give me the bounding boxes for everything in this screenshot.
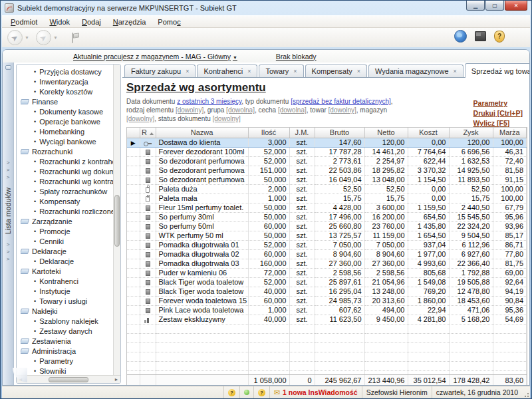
column-header-qty[interactable]: Ilość xyxy=(248,128,289,138)
column-header-jm[interactable]: J.M. xyxy=(289,128,315,138)
close-icon[interactable]: × xyxy=(454,68,457,74)
sidebar-item[interactable]: •Rozrachunki z kontrahentami xyxy=(21,156,113,166)
tab-0[interactable]: Faktury zakupu× xyxy=(124,65,196,77)
filter-link[interactable]: [dowolna] xyxy=(226,106,255,114)
table-row[interactable]: Pomadka długotrwała 03160,000szt.27 360,… xyxy=(127,259,527,268)
sidebar-section[interactable]: Finanse xyxy=(21,96,113,106)
menu-item[interactable]: Dodaj xyxy=(76,17,107,27)
table-row[interactable]: Zestaw ekskluzywny40,000szt.11 623,509 4… xyxy=(127,315,527,324)
sidebar-item[interactable]: •Rozrachunki rozliczone xyxy=(21,206,113,216)
column-header-zysk[interactable]: Zysk xyxy=(449,128,493,138)
table-row[interactable]: Black Tiger woda toaletow40,000szt.16 29… xyxy=(127,287,527,296)
close-icon[interactable]: × xyxy=(247,68,251,74)
sidebar-item[interactable]: •Rozrachunki wg dokumentów xyxy=(21,166,113,176)
filter-link[interactable]: [dowolny] xyxy=(126,115,154,122)
sidebar-item[interactable]: •Zestawy danych xyxy=(21,326,113,336)
tab-1[interactable]: Kontrahenci× xyxy=(197,65,257,77)
sidebar-item[interactable]: •Deklaracje xyxy=(21,256,113,266)
tab-2[interactable]: Towary× xyxy=(259,65,303,77)
table-row[interactable]: So dezodorant perfumowa151,000szt.22 503… xyxy=(127,166,527,175)
warehouse-selector[interactable]: Aktualnie pracujesz z magazynem - MAG - … xyxy=(73,53,237,61)
table-row[interactable]: WTK perfumy 50 ml50,000szt.13 725,5711 1… xyxy=(127,231,527,240)
column-header-marza[interactable]: Marża xyxy=(493,128,527,138)
close-icon[interactable]: × xyxy=(357,68,360,74)
sidebar-section[interactable]: Zestawienia xyxy=(21,336,113,346)
sidebar-item[interactable]: •Słowniki xyxy=(21,366,113,375)
chevron-right-icon[interactable]: > xyxy=(7,241,10,248)
chevron-right-icon[interactable]: > xyxy=(7,159,10,166)
chevron-right-icon[interactable]: > xyxy=(7,248,10,255)
tab-4[interactable]: Wydania magazynowe× xyxy=(368,65,464,77)
sidebar-item[interactable]: •Korekty kosztów xyxy=(21,86,113,96)
sidebar-item[interactable]: •Instytucje xyxy=(21,286,113,296)
table-row[interactable]: So dezodorant perfumowa52,000szt.2 773,6… xyxy=(127,156,527,166)
module-strip-chevrons[interactable]: >>> xyxy=(7,241,10,263)
close-icon[interactable]: × xyxy=(293,68,297,74)
sidebar-horizontal-scrollbar[interactable]: ◄ ► xyxy=(17,375,120,383)
table-row[interactable]: Pomadka długotrwała 0152,000szt.7 050,00… xyxy=(127,240,527,249)
table-row[interactable]: Black Tiger woda toaletow52,000szt.25 89… xyxy=(127,277,527,287)
chevron-down-icon[interactable]: ▼ xyxy=(53,35,58,40)
module-strip[interactable]: >>> Lista modułów >>> xyxy=(3,63,14,385)
sidebar-vertical-scrollbar[interactable] xyxy=(113,65,120,375)
scroll-left-icon[interactable]: ◄ xyxy=(17,377,24,382)
filter-link[interactable]: [dowolny] xyxy=(213,115,241,122)
sidebar-item[interactable]: •Inwentaryzacja xyxy=(21,76,113,86)
table-row[interactable]: So perfumy 30ml50,000szt.17 496,0016 200… xyxy=(127,212,527,221)
chevron-right-icon[interactable]: > xyxy=(7,255,10,263)
tab-active[interactable]: Sprzedaż wg towarów× xyxy=(465,63,530,78)
module-strip-chevrons[interactable]: >>> xyxy=(7,159,10,181)
sidebar-item[interactable]: •Kontrahenci xyxy=(21,276,113,286)
sidebar-item[interactable]: •Kompensaty xyxy=(21,196,113,206)
sidebar-item[interactable]: •Dokumenty kasowe xyxy=(21,106,113,116)
filter-link[interactable]: [dowolna] xyxy=(278,106,307,114)
chevron-down-icon[interactable]: ▼ xyxy=(25,35,29,40)
action-link[interactable]: Wylicz [F5] xyxy=(473,119,510,127)
help-shield-icon[interactable]: ? xyxy=(494,31,505,43)
table-row[interactable]: Paleta mała1,000szt.15,7515,750,0015,751… xyxy=(127,194,527,203)
sidebar-item[interactable]: •Promocje xyxy=(21,226,113,236)
sidebar-section[interactable]: Kartoteki xyxy=(21,266,113,276)
column-header-r[interactable]: R xyxy=(140,128,156,138)
sidebar-section[interactable]: Naklejki xyxy=(21,306,113,316)
menu-item[interactable]: Narzędzia xyxy=(107,17,152,27)
sidebar-section[interactable]: Zarządzanie xyxy=(21,216,113,226)
scrollbar-thumb[interactable] xyxy=(49,377,88,382)
nav-forward-button[interactable]: ➤ xyxy=(36,30,51,45)
sidebar-item[interactable]: •Przyjęcia dostawcy xyxy=(21,66,113,76)
action-link[interactable]: Parametry xyxy=(473,99,507,107)
table-row[interactable]: So dezodorant perfumowa50,000szt.16 049,… xyxy=(127,175,527,184)
table-row[interactable]: Paleta duża2,000szt.52,5052,500,0052,501… xyxy=(127,184,527,194)
table-row[interactable]: Forever woda toaletowa 1560,000szt.24 98… xyxy=(127,296,527,305)
filter-link[interactable]: [dowolny] xyxy=(329,106,356,114)
sidebar-section[interactable]: Deklaracje xyxy=(21,246,113,256)
tab-3[interactable]: Kompensaty× xyxy=(305,65,367,77)
nav-back-button[interactable]: ➤ xyxy=(7,30,23,45)
table-row[interactable]: So perfumy 50ml60,000szt.25 660,8023 760… xyxy=(127,221,527,231)
column-header-netto[interactable]: Netto xyxy=(364,128,408,138)
cube-icon[interactable] xyxy=(475,31,486,41)
table-row[interactable]: Pomadka długotrwała 0260,000szt.8 904,60… xyxy=(127,249,527,259)
sidebar-item[interactable]: •Spłaty rozrachunków xyxy=(21,186,113,196)
sidebar-item[interactable]: •Wyciągi bankowe xyxy=(21,136,113,146)
menu-item[interactable]: Widok xyxy=(43,17,76,27)
globe-icon[interactable] xyxy=(454,30,467,43)
sidebar-item[interactable]: •Homebanking xyxy=(21,126,113,136)
column-header-koszt[interactable]: Koszt xyxy=(408,128,449,138)
flag-button[interactable] xyxy=(70,31,80,45)
sidebar-item[interactable]: •Rozrachunki wg kontrahentów xyxy=(21,176,113,186)
close-button[interactable]: ✕ xyxy=(505,1,527,11)
sidebar-item[interactable]: •Cenniki xyxy=(21,236,113,246)
sidebar-section[interactable]: Administracja xyxy=(21,346,113,356)
filter-link[interactable]: [sprzedaż bez faktur detalicznych] xyxy=(291,98,391,105)
table-row[interactable]: ▶Dostawa do klienta3,000szt.147,60120,00… xyxy=(127,138,527,147)
minimize-button[interactable]: ▁ xyxy=(466,1,485,11)
sidebar-item[interactable]: •Operacje bankowe xyxy=(21,116,113,126)
sidebar-item[interactable]: •Szablony naklejek xyxy=(21,316,113,326)
chevron-right-icon[interactable]: > xyxy=(7,166,10,174)
scrollbar-thumb[interactable] xyxy=(114,195,120,247)
table-row[interactable]: Forever dezodorant 100ml52,000szt.17 787… xyxy=(127,147,527,156)
resize-grip[interactable] xyxy=(522,386,530,398)
maximize-button[interactable]: ▢ xyxy=(485,1,504,11)
column-header-sel[interactable] xyxy=(127,128,140,138)
